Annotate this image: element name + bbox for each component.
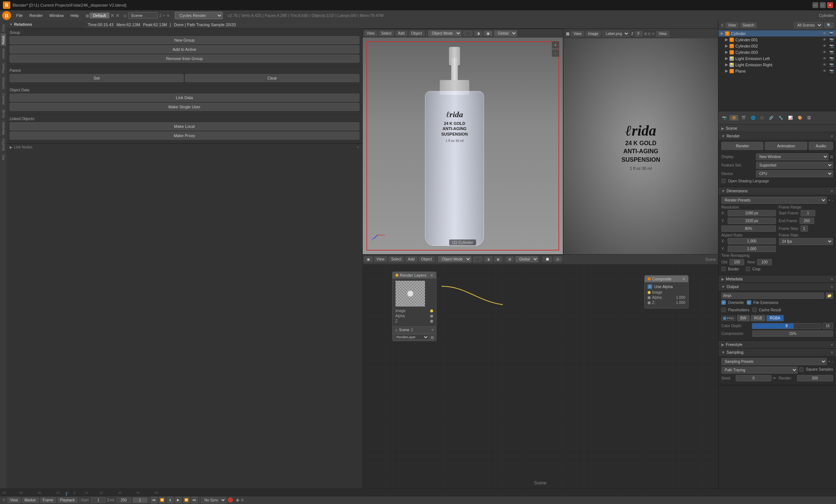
close-workspace-button[interactable]: ✕	[115, 13, 120, 18]
link-nodes-options[interactable]: ≡	[357, 145, 359, 149]
vbt-select[interactable]: Select	[389, 256, 404, 262]
output-path-field[interactable]	[721, 293, 824, 299]
folder-browse-button[interactable]: 📁	[826, 293, 833, 299]
rp-image-menu[interactable]: Image	[586, 31, 601, 36]
render-presets-remove-icon[interactable]: -	[832, 198, 833, 202]
jump-start-button[interactable]: ⏮	[151, 497, 157, 503]
close-button[interactable]: ✕	[827, 2, 833, 8]
scene-add-icon[interactable]: +	[163, 14, 165, 18]
timeline-frame-menu[interactable]: Frame	[40, 497, 56, 503]
vbt-proportional[interactable]: ⊙	[554, 256, 562, 262]
menu-help[interactable]: Help	[67, 13, 82, 18]
vtab-relations[interactable]: Relati.	[1, 34, 6, 46]
vtab-grease-pencil[interactable]: GrPenci.	[1, 75, 6, 91]
timeline-options-icon[interactable]: ⚙	[241, 498, 244, 502]
cache-result-checkbox[interactable]	[752, 308, 757, 312]
framerate-select[interactable]: 24 fps	[779, 238, 833, 245]
record-button[interactable]	[228, 497, 233, 503]
placeholders-checkbox[interactable]	[721, 308, 726, 312]
props-tab-material[interactable]: 🎨	[795, 115, 804, 120]
render-vis-icon-7[interactable]: 📷	[829, 69, 834, 73]
seed-random-icon[interactable]: ⟳	[773, 376, 776, 380]
render-vis-icon-4[interactable]: 📷	[829, 50, 834, 54]
vp-shading-render[interactable]: ◉	[484, 31, 492, 36]
vp-object-menu[interactable]: Object	[409, 31, 425, 36]
composite-alpha-input-socket[interactable]	[648, 296, 651, 299]
freestyle-options[interactable]: ≡	[831, 343, 833, 347]
visibility-icon-7[interactable]: 👁	[823, 69, 826, 73]
sampling-options[interactable]: ≡	[831, 350, 833, 354]
render-vis-icon-5[interactable]: 📷	[829, 56, 834, 60]
props-tab-data[interactable]: 📊	[786, 115, 795, 120]
render-samples-field[interactable]	[797, 375, 833, 381]
render-button[interactable]: Render	[721, 142, 763, 150]
composite-z-input-socket[interactable]	[648, 301, 651, 304]
crop-checkbox[interactable]	[746, 267, 750, 271]
new-group-button[interactable]: New Group	[10, 36, 359, 44]
render-layer-options-icon[interactable]: ▦	[431, 335, 434, 339]
props-tab-constraint[interactable]: 🔗	[767, 115, 776, 120]
outliner-item-plane[interactable]: ▶ ▽ Plane 👁 📷	[718, 68, 836, 74]
png-icon[interactable]: PNG	[721, 316, 736, 321]
open-shading-checkbox[interactable]	[721, 179, 726, 183]
display-select[interactable]: New Window	[756, 153, 829, 160]
scene-filter-select[interactable]: All Scenes	[794, 22, 823, 28]
render-engine-select[interactable]: Cycles Render	[175, 12, 223, 19]
render-vis-icon-2[interactable]: 📷	[829, 38, 834, 42]
link-data-button[interactable]: Link Data	[10, 94, 359, 102]
props-tab-texture[interactable]: 🖼	[805, 115, 813, 120]
composite-image-input-socket[interactable]	[648, 291, 651, 294]
vtab-create[interactable]: Crea.	[1, 22, 6, 33]
props-tab-scene[interactable]: 🎬	[739, 115, 748, 120]
menu-window[interactable]: Window	[46, 13, 67, 18]
vtab-sculpt[interactable]: Sculp.	[1, 107, 6, 119]
props-tab-world[interactable]: 🌐	[749, 115, 757, 120]
scene-remove-icon[interactable]: ✕	[167, 14, 170, 18]
step-back-button[interactable]: ⏴	[167, 497, 174, 503]
vbt-view[interactable]: View	[374, 256, 387, 262]
res-x-field[interactable]	[728, 210, 776, 216]
render-group-options[interactable]: ≡	[831, 134, 833, 138]
keyframe-icon[interactable]: ◆	[236, 497, 239, 503]
render-group-header[interactable]: ▼ Render ≡	[718, 132, 836, 140]
res-y-field[interactable]	[728, 218, 776, 224]
sampling-presets-select[interactable]: Sampling Presets	[721, 358, 827, 365]
rp-view2[interactable]: View	[656, 31, 669, 36]
visibility-icon-2[interactable]: 👁	[823, 38, 826, 42]
visibility-icon-5[interactable]: 👁	[823, 56, 826, 60]
image-socket[interactable]	[430, 309, 433, 312]
outliner-search-menu[interactable]: Search	[740, 22, 757, 28]
alpha-socket[interactable]	[430, 315, 433, 318]
minimize-button[interactable]: —	[812, 2, 818, 8]
vbt-object[interactable]: Object	[419, 256, 435, 262]
sampling-preset-remove[interactable]: -	[832, 360, 833, 364]
render-vis-icon-1[interactable]: 📷	[829, 31, 834, 35]
timeline-marker-menu[interactable]: Marker	[22, 497, 39, 503]
render-presets-add-icon[interactable]: +	[828, 198, 830, 202]
dimensions-group-header[interactable]: ▼ Dimensions ≡	[718, 187, 836, 195]
make-single-user-button[interactable]: Make Single User	[10, 103, 359, 111]
vp-view-menu[interactable]: View	[364, 31, 377, 36]
square-samples-checkbox[interactable]	[799, 367, 804, 372]
end-frame-field[interactable]	[800, 218, 814, 224]
make-proxy-button[interactable]: Make Proxy	[10, 132, 359, 140]
menu-file[interactable]: File	[13, 13, 26, 18]
rgba-button[interactable]: RGBA	[766, 315, 783, 321]
rgb-button[interactable]: RGB	[751, 315, 766, 321]
dimensions-group-options[interactable]: ≡	[831, 189, 833, 193]
clear-parent-button[interactable]: Clear	[185, 74, 359, 82]
timeline-playback-menu[interactable]: Playback	[58, 497, 78, 503]
bw-button[interactable]: BW	[737, 315, 750, 321]
use-alpha-checkbox[interactable]: ✓	[648, 284, 652, 289]
animation-button[interactable]: Animation	[765, 142, 807, 150]
set-parent-button[interactable]: Set	[10, 74, 184, 82]
vbt-shading-1[interactable]: ⚫	[473, 256, 483, 262]
props-tab-modifier[interactable]: 🔧	[776, 115, 785, 120]
outliner-item-cylinder003[interactable]: ▶ ▽ Cylinder.003 👁 📷	[718, 49, 836, 55]
vtab-animation[interactable]: Animat.	[1, 46, 6, 61]
scene-input[interactable]	[128, 12, 158, 19]
vbt-shading-3[interactable]: ◉	[494, 256, 502, 262]
render-vis-icon-3[interactable]: 📷	[829, 44, 834, 48]
remove-from-group-button[interactable]: Remove from Group	[10, 55, 359, 63]
frame-step-field[interactable]	[801, 225, 808, 232]
